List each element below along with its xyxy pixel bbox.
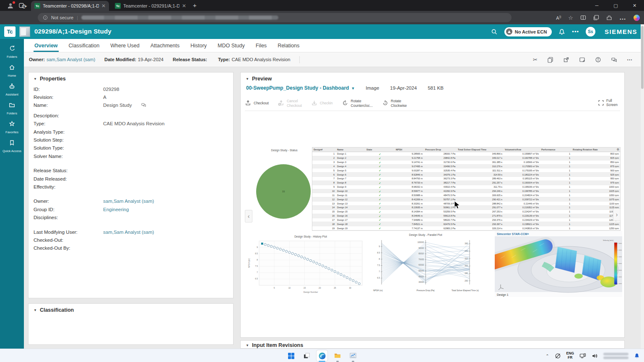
clock-redacted[interactable]	[603, 353, 628, 359]
checkout-button[interactable]: Checkout	[245, 100, 269, 107]
column-header[interactable]: Rotating Rotation Rate	[571, 148, 620, 151]
sidebar-item-quick-access[interactable]: Quick Access	[0, 137, 24, 155]
rotate-counterclockwise-button[interactable]: RotateCountercloc...	[342, 99, 373, 107]
previous-dataset-chevron[interactable]: ‹	[245, 210, 252, 222]
tab-close-icon[interactable]: ✕	[182, 3, 186, 9]
notification-bell-icon[interactable]	[634, 353, 640, 359]
start-button[interactable]	[286, 350, 296, 361]
tab-mdo-study[interactable]: MDO Study	[212, 39, 250, 52]
table-row[interactable]: 2Design 2✓9.21758 m29842.8 Pa349.017 s0.…	[312, 156, 620, 160]
monitor-app-icon[interactable]	[348, 350, 358, 361]
volume-icon[interactable]	[592, 353, 598, 359]
fullscreen-button[interactable]: FullScreen	[598, 98, 618, 107]
column-header[interactable]: Total Solver Elapsed Time	[457, 148, 504, 151]
property-value[interactable]: Engineering	[103, 207, 129, 212]
column-header[interactable]: NPSH	[395, 148, 424, 151]
column-header[interactable]: State	[365, 148, 395, 151]
sidebar-item-favorites[interactable]: Favorites	[0, 118, 24, 137]
table-row[interactable]: 3Design 3✓9.14741 m31730.6 Pa361.385 s0.…	[312, 160, 620, 165]
ecn-badge[interactable]: No Active ECN	[504, 27, 552, 36]
split-screen-icon[interactable]	[580, 15, 586, 21]
search-icon[interactable]	[491, 28, 498, 35]
favorites-star-icon[interactable]: ☆	[568, 15, 573, 21]
language-indicator[interactable]: ENGFR	[566, 352, 574, 360]
sidebar-item-assistant[interactable]: Assistant	[0, 80, 24, 99]
site-info-icon[interactable]	[43, 15, 48, 20]
page-scrollbar[interactable]	[641, 24, 644, 349]
table-row[interactable]: 12Design 12✓8.42269 m50757.1 Pa290.421 s…	[312, 197, 620, 202]
tab-classification[interactable]: Classification	[63, 39, 105, 52]
annotation-icon[interactable]	[141, 102, 146, 109]
properties-header[interactable]: ▼ Properties	[29, 72, 233, 83]
table-row[interactable]: 7Design 7✓8.84793 m36273.3 Pa289.463 s0.…	[312, 177, 620, 181]
table-row[interactable]: 11Design 11✓8.50988 m48470.5 Pa306.605 s…	[312, 193, 620, 197]
table-row[interactable]: 1Design 1✓9.28565 m28000.7 Pa349.866 s0.…	[312, 152, 620, 156]
header-more-icon[interactable]: •••	[572, 28, 579, 35]
collections-icon[interactable]	[593, 15, 599, 21]
settings-more-icon[interactable]: …	[619, 14, 626, 21]
file-explorer-icon[interactable]	[332, 350, 343, 361]
info-field-value[interactable]: sam,Sam Analyst (sam)	[47, 57, 95, 62]
classification-header[interactable]: ▼ Classification	[29, 304, 233, 315]
teamcenter-logo[interactable]: Tc	[4, 26, 16, 37]
column-header[interactable]: Design#	[312, 148, 336, 151]
table-row[interactable]: 14Design 14✓8.23935 m50961.1 Pa291.077 s…	[312, 206, 620, 210]
scrollbar-thumb[interactable]	[641, 26, 644, 89]
sidebar-item-home[interactable]: Home	[0, 61, 24, 80]
chat-icon[interactable]	[611, 57, 617, 63]
browser-tab[interactable]: TcTeamcenter - 029298/A;1-Design✕	[31, 1, 109, 11]
close-button[interactable]: ✕	[625, 0, 644, 11]
read-aloud-icon[interactable]: A))	[556, 15, 561, 21]
open-in-new-icon[interactable]	[563, 57, 569, 63]
address-bar[interactable]: Not secure |	[38, 13, 512, 22]
tab-files[interactable]: Files	[250, 39, 272, 52]
property-value[interactable]: sam,Sam Analyst (sam)	[103, 199, 154, 204]
table-row[interactable]: 6Design 6✓8.92846 m34379.1 Pa314.59 s0.1…	[312, 173, 620, 177]
dataset-selector[interactable]: 00-SweepPump_Design Study - Dashboard▼	[246, 85, 355, 91]
back-icon[interactable]: ←	[7, 3, 13, 10]
minimize-button[interactable]: ─	[587, 0, 606, 11]
edge-taskbar-icon[interactable]	[317, 350, 327, 361]
copilot-icon[interactable]	[634, 15, 640, 21]
sidebar-item-folders[interactable]: Folders	[0, 99, 24, 118]
table-row[interactable]: 19Design 19✓7.74137 m62983.2 Pa326.214 s…	[312, 226, 620, 230]
user-avatar[interactable]: Ss	[586, 27, 595, 36]
tab-relations[interactable]: Relations	[272, 39, 305, 52]
info-icon[interactable]	[595, 57, 601, 63]
tab-close-icon[interactable]: ✕	[101, 3, 106, 9]
tab-attachments[interactable]: Attachments	[145, 39, 185, 52]
table-row[interactable]: 9Design 9✓8.68152 m43910.4 Pa311.79 s0.1…	[312, 185, 620, 189]
property-value[interactable]: sam,Sam Analyst (sam)	[103, 230, 154, 235]
sidebar-item-folders[interactable]: Folders	[0, 42, 24, 61]
column-header[interactable]: Pressure Drop	[424, 148, 457, 151]
rotate-clockwise-button[interactable]: RotateClockwise	[382, 99, 407, 107]
dataset-edit-icon[interactable]	[579, 57, 585, 63]
notifications-bell-icon[interactable]	[558, 28, 565, 35]
preview-header[interactable]: ▼ Preview	[241, 72, 624, 83]
more-actions-icon[interactable]: ⋯	[627, 57, 632, 63]
tray-expand-chevron[interactable]: ⌃	[545, 354, 549, 358]
tab-where-used[interactable]: Where Used	[105, 39, 145, 52]
table-row[interactable]: 5Design 5✓9.00287 m32535.4 Pa321.511 s0.…	[312, 168, 620, 173]
table-row[interactable]: 16Design 16✓8.04646 m55613.8 Pa271.879 s…	[312, 214, 620, 218]
tab-overview[interactable]: Overview	[29, 39, 63, 52]
column-header[interactable]: Name	[336, 148, 365, 151]
next-dataset-chevron[interactable]: ›	[613, 208, 621, 221]
tab-history[interactable]: History	[185, 39, 212, 52]
task-view-button[interactable]	[301, 350, 312, 361]
copy-icon[interactable]	[547, 57, 553, 63]
table-row[interactable]: 13Design 13✓8.33261 m48709.3 Pa288.842 s…	[312, 202, 620, 206]
extensions-icon[interactable]	[606, 15, 612, 21]
tray-globe-off-icon[interactable]	[555, 353, 561, 359]
table-row[interactable]: 8Design 8✓8.76733 m38217.7 Pa291.257 s0.…	[312, 181, 620, 185]
new-tab-button[interactable]: +	[193, 2, 197, 9]
browser-tab[interactable]: TcTeamcenter - 029291/A;1-Design✕	[112, 1, 190, 11]
network-devices-icon[interactable]	[579, 353, 586, 359]
table-row[interactable]: 10Design 10✓8.59977 m42260.9 Pa294.246 s…	[312, 189, 620, 194]
table-row[interactable]: 15Design 15✓8.14394 m53259.5 Pa267.253 s…	[312, 210, 620, 214]
table-row[interactable]: 18Design 18✓7.84521 m60476.5 Pa293.397 s…	[312, 222, 620, 226]
input-item-revisions-header[interactable]: ▼ Input Item Revisions	[241, 341, 624, 349]
column-header[interactable]: Performance	[540, 148, 571, 151]
cut-icon[interactable]: ✂	[533, 57, 538, 63]
refresh-icon[interactable]: ⟳	[22, 3, 27, 10]
